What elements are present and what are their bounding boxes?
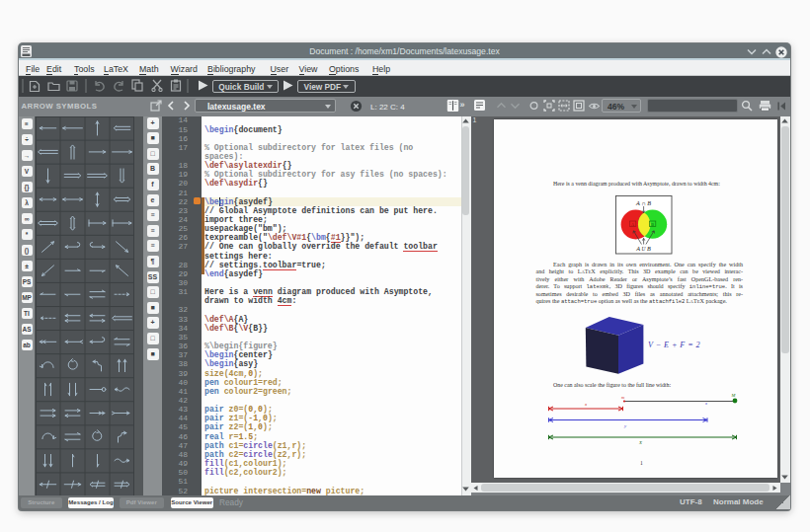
svg-text:M: M (731, 393, 737, 398)
svg-text:x: x (584, 402, 588, 407)
svg-text:X: X (638, 440, 643, 445)
svg-text:A ∩ B: A ∩ B (635, 199, 651, 206)
svg-text:A U B: A U B (635, 245, 651, 252)
svg-text:y: y (623, 423, 627, 428)
svg-text:m: m (621, 395, 625, 400)
svg-text:x: x (704, 401, 707, 406)
svg-text:B: B (651, 222, 654, 227)
svg-text:A: A (631, 222, 634, 227)
